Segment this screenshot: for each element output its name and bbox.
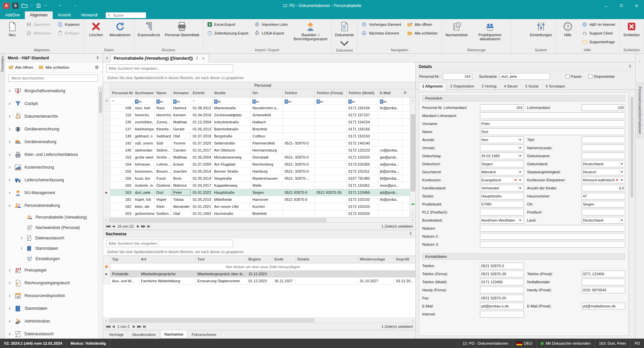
grid-cell[interactable] — [315, 182, 347, 189]
grid-cell[interactable]: 137 — [110, 126, 133, 132]
grid-cell[interactable]: 182 — [110, 203, 133, 210]
tab-6-sonstiges[interactable]: 6 Sonstiges — [542, 82, 568, 90]
scroll-up-icon[interactable] — [410, 98, 416, 103]
new-row-hint[interactable]: Hier klicken um eine neue Zeile hinzuzuf… — [110, 264, 415, 270]
grid-cell[interactable]: 0521 92870-39 — [315, 189, 347, 196]
field-land[interactable]: Deutschland — [582, 217, 626, 224]
nachweise-search-input[interactable] — [106, 240, 233, 247]
sidebar-item-administration[interactable]: Administration — [8, 315, 103, 328]
grid-cell[interactable]: th@proba.. — [378, 196, 402, 203]
grid-cell[interactable]: Hamburg — [251, 168, 283, 175]
grid-cell[interactable]: Geißen... — [155, 210, 171, 217]
support-client-button[interactable]: Support Client — [580, 30, 617, 36]
grid-cell[interactable] — [358, 271, 394, 277]
filter-cell[interactable]: ABC — [251, 98, 283, 104]
grid-cell[interactable]: Industriestraße — [212, 119, 251, 125]
grid-cell[interactable]: 0521- 92870-... — [283, 175, 315, 182]
column-header-suchname[interactable]: Suchname — [133, 90, 155, 97]
table-row[interactable]: 154lohmeyer,Lohme...Eckart01.07.2009Am F… — [103, 161, 415, 168]
dropdown-arrow-icon[interactable] — [619, 177, 624, 183]
table-row[interactable]: 110henrichs,HenrichsKarsten01.04.2018Zec… — [103, 112, 415, 119]
menu-settings-button[interactable] — [94, 65, 99, 70]
einstellungen-button[interactable]: Einstellungen — [528, 19, 554, 48]
grid-cell[interactable]: Boris — [171, 175, 191, 182]
column-header-geprüft[interactable]: Geprüft — [394, 256, 415, 263]
grid-cell[interactable]: Bergstraße — [212, 133, 251, 139]
importiere-lohn-button[interactable]: Importiere Lohn — [252, 21, 290, 27]
grid-cell[interactable]: 155 — [110, 168, 133, 175]
chevron-right-icon[interactable] — [8, 294, 11, 298]
sidebar-item-dokumentenarchiv[interactable]: Dokumentenarchiv — [8, 110, 103, 123]
grid-cell[interactable]: 0171 155155 — [347, 126, 378, 132]
grid-cell[interactable]: Hannover — [251, 196, 283, 203]
alle-öffnen-button[interactable]: Alle öffnen — [405, 21, 440, 27]
grid-cell[interactable]: rass, hart — [133, 105, 155, 111]
grid-cell[interactable]: 0172 101011 — [347, 168, 378, 175]
save-quick-icon[interactable] — [36, 3, 41, 8]
sidebar-item-nachweisliste-personal[interactable]: Nachweisliste (Personal) — [8, 222, 103, 233]
expressdruck-button[interactable]: Expressdruck — [135, 19, 162, 48]
field-handy-firma[interactable] — [480, 287, 524, 293]
filter-cell[interactable]: ABC — [155, 98, 171, 104]
grid-cell[interactable]: 0521 92870-0 — [283, 196, 315, 203]
grid-cell[interactable]: Siegstraße — [212, 175, 251, 182]
grid-cell[interactable]: 0171 153153 — [347, 154, 378, 161]
undo-chevron-icon[interactable] — [44, 4, 48, 7]
grid-cell[interactable]: Mittelheide — [212, 196, 251, 203]
chevron-right-icon[interactable] — [8, 281, 11, 285]
pager-fast-button[interactable]: ▶▶ — [141, 224, 145, 228]
sidebar-item-ressourcendisposition[interactable]: 12Ressourcendisposition — [8, 289, 103, 302]
dropdown-arrow-icon[interactable] — [518, 177, 523, 183]
grid-cell[interactable]: Tobias — [171, 196, 191, 203]
grid-cell[interactable]: 156 — [110, 175, 133, 182]
zeiterfassung-export-button[interactable]: Zeiterfassung Export — [205, 30, 251, 36]
personal-stammblatt-button[interactable]: Personal-Stammblatt — [162, 19, 202, 48]
passiv-checkbox[interactable]: Passiv — [565, 74, 582, 78]
field-personal-nr-lohnmandant[interactable]: 163 — [480, 104, 524, 111]
chevron-right-icon[interactable] — [8, 320, 11, 323]
table-row[interactable]: 108rass, hartRassHartmut01.08.2012Marien… — [103, 105, 415, 112]
grid-cell[interactable]: 31.10.2027 — [358, 278, 394, 284]
table-row[interactable]: 138gebhard, oGebhardOlaf01.07.2019Bergst… — [103, 133, 415, 140]
pin-icon[interactable] — [195, 56, 199, 60]
scroll-left-icon[interactable] — [103, 218, 108, 222]
grid-cell[interactable]: 01.05.2014 — [191, 175, 212, 182]
grid-cell[interactable]: el@proba... — [378, 161, 402, 168]
pin-icon[interactable] — [95, 56, 100, 60]
column-header-p[interactable]: P — [402, 90, 415, 97]
grid-cell[interactable] — [315, 175, 347, 182]
column-header-telefon-firma[interactable]: Telefon (Firma) — [315, 90, 347, 97]
menu-search-input[interactable] — [11, 76, 96, 80]
grid-cell[interactable]: 203 — [110, 210, 133, 217]
grid-cell[interactable]: stührenber — [133, 147, 155, 154]
grid-cell[interactable]: Kuchen — [251, 203, 283, 210]
grid-cell[interactable]: Gebhard — [155, 133, 171, 139]
speichern-button[interactable]: Speichern — [24, 21, 54, 27]
grid-cell[interactable]: 0157 781483 — [347, 175, 378, 182]
projektpartner-aktualisieren-button[interactable]: Projektpartner aktualisieren — [470, 19, 510, 48]
grid-cell[interactable]: bossmann, — [133, 168, 155, 175]
filter-cell[interactable]: ABC — [133, 98, 155, 104]
open-quick-icon[interactable] — [21, 3, 28, 8]
pin-icon[interactable] — [628, 64, 632, 69]
grid-cell[interactable]: 181 — [110, 196, 133, 203]
grid-cell[interactable]: 0521- 92870-0 — [283, 140, 315, 147]
grid-cell[interactable]: Karsten — [171, 112, 191, 118]
redo-chevron-icon[interactable] — [58, 4, 62, 7]
grid-cell[interactable] — [296, 271, 358, 277]
grid-cell[interactable]: 0171 123456 — [347, 189, 378, 196]
maximize-button[interactable] — [614, 0, 629, 11]
column-header-straße[interactable]: Straße — [212, 90, 251, 97]
grid-cell[interactable]: Fachliche Weiterbildung — [139, 278, 196, 284]
personalzusatzinformationen-tab[interactable]: Personalzusatzinformationen — [637, 83, 643, 138]
dropdown-arrow-icon[interactable] — [619, 169, 624, 175]
grid-cell[interactable]: gebhard, o — [133, 133, 155, 139]
field-geschlecht[interactable]: Männlich — [480, 169, 524, 175]
pager-prev-button[interactable]: ◀ — [112, 325, 114, 328]
column-header-typ[interactable]: Typ — [110, 256, 139, 263]
sidebar-item-preisspiegel[interactable]: Preisspiegel — [8, 264, 103, 277]
grid-hscrollbar[interactable] — [103, 217, 415, 222]
tab-führerscheine[interactable]: Führerscheine — [188, 330, 221, 339]
grid-cell[interactable]: durt, pete — [133, 189, 155, 196]
filter-cell[interactable]: = — [110, 98, 133, 104]
